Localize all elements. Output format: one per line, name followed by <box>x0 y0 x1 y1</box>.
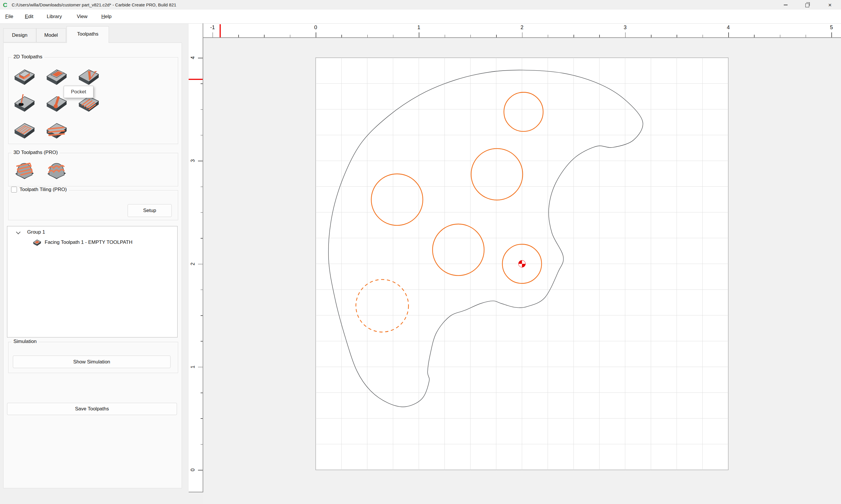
save-toolpaths-button[interactable]: Save Toolpaths <box>7 403 177 415</box>
ruler-major-tick <box>831 32 832 37</box>
ruler-minor-tick <box>754 35 755 37</box>
horizontal-ruler: -1012345 <box>189 23 841 38</box>
contour-toolpath-icon[interactable] <box>13 65 36 88</box>
group-toolpath-tiling-label: Toolpath Tiling (PRO) <box>20 187 67 193</box>
menu-item-edit[interactable]: Edit <box>24 10 34 23</box>
close-button[interactable]: × <box>823 0 836 10</box>
minimize-button[interactable] <box>779 0 792 10</box>
ruler-minor-tick <box>573 35 574 37</box>
tab-model[interactable]: Model <box>36 28 66 42</box>
ruler-number: -1 <box>208 24 218 31</box>
ruler-minor-tick <box>496 35 497 37</box>
ruler-number: 3 <box>620 24 630 31</box>
ruler-minor-tick <box>780 35 780 37</box>
ruler-minor-tick <box>341 35 342 37</box>
engrave-toolpath-icon[interactable] <box>13 119 36 142</box>
ruler-minor-tick <box>703 35 703 37</box>
ruler-minor-tick <box>548 35 548 37</box>
3d-rough-toolpath-icon[interactable] <box>13 159 36 181</box>
pocket-tooltip: Pocket <box>64 86 93 98</box>
facing-toolpath-icon <box>32 238 42 249</box>
menu-item-file[interactable]: File <box>4 10 14 23</box>
close-icon: × <box>828 2 832 8</box>
ruler-number: 4 <box>189 53 197 62</box>
cursor-position-marker-y <box>189 79 203 80</box>
vcarve-toolpath-icon[interactable]: V <box>77 65 101 88</box>
ruler-major-tick <box>212 32 213 37</box>
origin-marker[interactable] <box>519 260 526 268</box>
ruler-major-tick <box>419 32 419 37</box>
ruler-minor-tick <box>290 35 291 37</box>
tree-group-label: Group 1 <box>27 229 45 235</box>
menu-item-view[interactable]: View <box>75 10 89 23</box>
ruler-minor-tick <box>651 35 651 37</box>
ruler-number: 0 <box>189 466 197 474</box>
window-title: C:/Users/willa/Downloads/customer part_v… <box>12 0 176 10</box>
ruler-minor-tick <box>599 35 600 37</box>
3d-finish-toolpath-icon[interactable] <box>45 159 68 181</box>
ruler-number: 3 <box>189 156 197 165</box>
expander-chevron-icon[interactable] <box>16 230 21 234</box>
restore-icon <box>805 3 809 7</box>
setup-button[interactable]: Setup <box>127 204 172 217</box>
tab-design[interactable]: Design <box>3 28 36 42</box>
ruler-minor-tick <box>676 35 677 37</box>
ruler-number: 1 <box>414 24 424 31</box>
ruler-number: 1 <box>189 362 197 371</box>
ruler-number: 4 <box>723 24 733 31</box>
show-simulation-button[interactable]: Show Simulation <box>13 356 171 368</box>
ruler-minor-tick <box>470 35 471 37</box>
ruler-major-tick <box>316 32 316 37</box>
group-3d-toolpaths-label: 3D Toolpaths (PRO) <box>12 150 60 156</box>
restore-button[interactable] <box>801 0 814 10</box>
tab-toolpaths[interactable]: Toolpaths <box>67 26 109 43</box>
minimize-icon <box>784 5 788 5</box>
title-bar: C C:/Users/willa/Downloads/customer part… <box>0 0 841 10</box>
canvas-area[interactable] <box>203 37 841 504</box>
ruler-canvas-divider <box>203 23 203 492</box>
ruler-number: 0 <box>311 24 321 31</box>
ruler-minor-tick <box>367 35 368 37</box>
ruler-minor-tick <box>264 35 264 37</box>
menu-item-help[interactable]: Help <box>100 10 113 23</box>
ruler-minor-tick <box>445 35 445 37</box>
ruler-number: 5 <box>826 24 836 31</box>
vertical-ruler: 43210 <box>189 37 203 492</box>
menu-bar: FileEditLibraryViewHelp <box>0 10 841 24</box>
ruler-major-tick <box>728 32 729 37</box>
drill-toolpath-icon[interactable] <box>13 92 36 115</box>
wrap-toolpath-icon[interactable] <box>45 119 68 142</box>
app-logo-icon: C <box>3 1 7 8</box>
group-simulation-label: Simulation <box>12 339 38 344</box>
ruler-minor-tick <box>393 35 394 37</box>
ruler-number: 2 <box>189 259 197 268</box>
ruler-minor-tick <box>806 35 806 37</box>
pocket-toolpath-icon[interactable] <box>45 65 68 88</box>
group-2d-toolpaths-label: 2D Toolpaths <box>12 54 45 60</box>
design-canvas[interactable] <box>203 37 841 504</box>
ruler-number: 2 <box>517 24 527 31</box>
ruler-major-tick <box>522 32 523 37</box>
ruler-minor-tick <box>238 35 239 37</box>
cursor-position-marker-x <box>220 24 221 37</box>
toolpath-tree: Group 1 Facing Toolpath 1 - EMPTY TOOLPA… <box>7 226 177 338</box>
ruler-major-tick <box>625 32 626 37</box>
menu-item-library[interactable]: Library <box>46 10 63 23</box>
tree-toolpath-label: Facing Toolpath 1 - EMPTY TOOLPATH <box>45 239 132 245</box>
tiling-checkbox[interactable] <box>11 187 17 193</box>
